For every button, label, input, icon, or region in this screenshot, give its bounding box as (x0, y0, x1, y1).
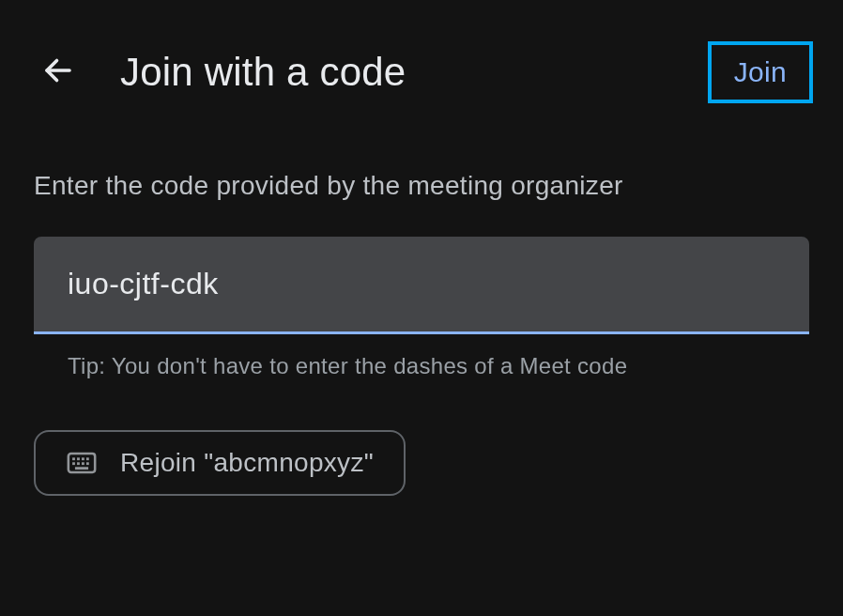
meeting-code-input[interactable] (68, 267, 775, 301)
keyboard-icon (66, 447, 98, 479)
back-arrow-icon (41, 54, 75, 91)
svg-rect-10 (75, 467, 88, 470)
svg-rect-7 (77, 462, 80, 465)
back-button[interactable] (41, 54, 75, 91)
code-input-container[interactable] (34, 237, 809, 334)
svg-rect-2 (72, 457, 75, 460)
header-left: Join with a code (41, 50, 406, 95)
header-bar: Join with a code Join (0, 0, 843, 126)
page-title: Join with a code (120, 50, 406, 95)
svg-rect-5 (86, 457, 89, 460)
rejoin-section: Rejoin "abcmnopxyz" (34, 379, 809, 496)
instruction-text: Enter the code provided by the meeting o… (34, 171, 809, 201)
rejoin-label: Rejoin "abcmnopxyz" (120, 448, 374, 478)
svg-rect-9 (86, 462, 89, 465)
tip-text: Tip: You don't have to enter the dashes … (34, 334, 809, 379)
join-button[interactable]: Join (708, 41, 813, 103)
svg-rect-4 (82, 457, 84, 460)
svg-rect-8 (82, 462, 84, 465)
svg-rect-3 (77, 457, 80, 460)
main-content: Enter the code provided by the meeting o… (0, 126, 843, 496)
rejoin-button[interactable]: Rejoin "abcmnopxyz" (34, 430, 406, 496)
svg-rect-6 (72, 462, 75, 465)
